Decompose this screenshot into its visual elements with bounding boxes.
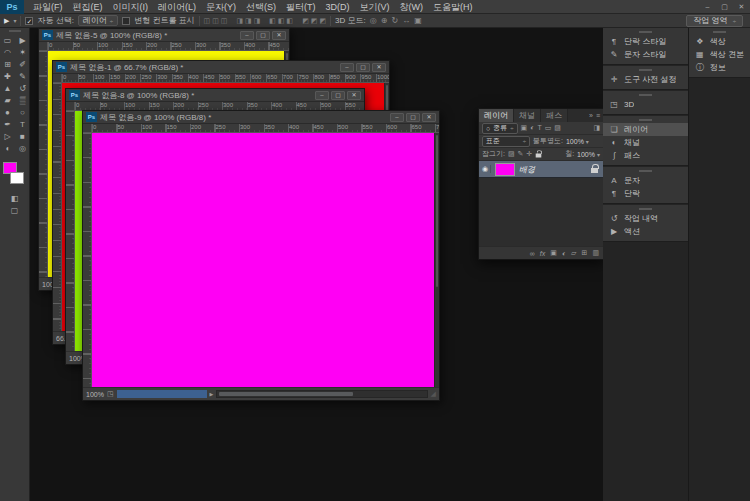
horizontal-ruler[interactable]: 050100150200250300350400450	[48, 42, 289, 51]
align-button[interactable]: ◨	[254, 17, 261, 25]
filter-adjustment-layers-icon[interactable]: ◐	[530, 124, 534, 132]
threed-mode-button[interactable]: ▣	[414, 16, 422, 25]
dock-item-paragraph[interactable]: ¶단락	[603, 187, 688, 200]
dock-group-grip[interactable]	[639, 170, 652, 172]
minimize-button[interactable]: ‒	[240, 31, 254, 40]
dock-item-channels[interactable]: ◐채널	[603, 136, 688, 149]
menu-item[interactable]: 이미지(I)	[108, 2, 154, 12]
panel-menu-icon[interactable]: ≡	[596, 112, 600, 119]
status-menu-icon[interactable]: ▶	[210, 391, 214, 397]
maximize-button[interactable]: ▢	[356, 63, 370, 72]
ruler-corner[interactable]	[83, 124, 92, 133]
document-title-bar[interactable]: Ps 제목 없음-1 @ 66.7% (RGB/8) * ‒ ▢ ✕	[53, 61, 389, 74]
menu-item[interactable]: 파일(F)	[28, 2, 68, 12]
align-button[interactable]: ◩	[319, 17, 326, 25]
screen-mode-button[interactable]: ▢	[11, 206, 19, 215]
dock-item-layers[interactable]: ❏레이어	[603, 123, 688, 136]
threed-mode-button[interactable]: ↔	[402, 16, 410, 25]
dodge-tool[interactable]: ○	[15, 107, 30, 119]
brush-tool[interactable]: ✎	[15, 71, 30, 83]
dock-item-tool-presets[interactable]: ✛도구 사전 설정	[603, 73, 688, 86]
maximize-button[interactable]: ▢	[716, 0, 733, 14]
dock-item-color[interactable]: ❖색상	[689, 35, 750, 48]
align-button[interactable]: ◧	[287, 17, 294, 25]
dock-group-grip[interactable]	[639, 31, 652, 33]
close-button[interactable]: ✕	[272, 31, 286, 40]
link-layers-icon[interactable]: ∞	[530, 250, 535, 257]
align-button[interactable]: ◨	[245, 17, 252, 25]
zoom-tool[interactable]: ◎	[15, 143, 30, 155]
eyedropper-tool[interactable]: ✐	[15, 59, 30, 71]
auto-select-target-dropdown[interactable]: 레이어 ÷	[78, 15, 118, 26]
hand-tool[interactable]: ◖	[0, 143, 15, 155]
layer-style-icon[interactable]: fx	[540, 250, 545, 257]
dock-item-history[interactable]: ↺작업 내역	[603, 212, 688, 225]
current-tool-icon[interactable]: ▶	[4, 17, 9, 25]
background-color-swatch[interactable]	[10, 172, 24, 184]
vertical-ruler[interactable]: 0501001502002503003504004505005506006507…	[53, 83, 62, 331]
threed-mode-button[interactable]: ↻	[391, 16, 398, 25]
dock-item-paragraph-styles[interactable]: ¶단락 스타일	[603, 35, 688, 48]
clone-stamp-tool[interactable]: ▲	[0, 83, 15, 95]
vertical-ruler[interactable]: 050100150200250300350400450500	[83, 133, 92, 387]
dock-item-paths[interactable]: ∫패스	[603, 149, 688, 162]
minimize-button[interactable]: ‒	[340, 63, 354, 72]
menu-item[interactable]: 레이어(L)	[153, 2, 201, 12]
align-button[interactable]: ◨	[236, 17, 243, 25]
tab-paths[interactable]: 패스	[541, 109, 568, 122]
tab-layers[interactable]: 레이어	[479, 109, 514, 122]
filter-type-layers-icon[interactable]: T	[537, 124, 541, 132]
document-title-bar[interactable]: Ps 제목 없음-8 @ 100% (RGB/8) * ‒ ▢ ✕	[66, 89, 364, 102]
path-selection-tool[interactable]: ▷	[0, 131, 15, 143]
threed-mode-button[interactable]: ⊕	[381, 16, 388, 25]
horizontal-scroll-thumb[interactable]	[219, 392, 353, 396]
status-export-icon[interactable]: ◳	[107, 390, 114, 398]
filter-kind-dropdown[interactable]: ○ 종류 ÷	[482, 123, 518, 134]
dock-item-3d[interactable]: ◳3D	[603, 98, 688, 111]
show-transform-controls-checkbox[interactable]	[122, 17, 130, 25]
horizontal-scrollbar[interactable]	[216, 390, 427, 398]
dock-group-grip[interactable]	[639, 69, 652, 71]
toolbar-grip[interactable]	[9, 30, 21, 32]
threed-mode-button[interactable]: ◎	[370, 16, 377, 25]
layer-visibility-icon[interactable]: ◉	[482, 165, 491, 173]
dock-item-info[interactable]: ⓘ정보	[689, 61, 750, 74]
menu-item[interactable]: 보기(V)	[355, 2, 395, 12]
lock-pixels-icon[interactable]: ✎	[518, 150, 524, 158]
ruler-corner[interactable]	[66, 102, 75, 111]
filter-smart-objects-icon[interactable]: ▨	[554, 124, 561, 132]
healing-brush-tool[interactable]: ✚	[0, 71, 15, 83]
close-button[interactable]: ✕	[372, 63, 386, 72]
horizontal-ruler[interactable]: 0501001502002503003504004505005506006507…	[62, 74, 389, 83]
vertical-ruler[interactable]: 050100150200250300350400450	[39, 51, 48, 277]
align-button[interactable]: ◩	[302, 17, 309, 25]
new-group-icon[interactable]: ▱	[571, 249, 576, 257]
collapse-panel-icon[interactable]: »	[589, 112, 593, 119]
menu-item[interactable]: 필터(T)	[281, 2, 321, 12]
menu-item[interactable]: 문자(Y)	[201, 2, 241, 12]
resize-grip[interactable]: ◢	[431, 390, 436, 398]
filter-pixel-layers-icon[interactable]: ▣	[521, 124, 528, 132]
eraser-tool[interactable]: ▰	[0, 95, 15, 107]
menu-item[interactable]: 창(W)	[395, 2, 429, 12]
align-button[interactable]: ◧	[269, 17, 276, 25]
blend-mode-dropdown[interactable]: 표준 ÷	[482, 136, 530, 147]
gradient-tool[interactable]: ▒	[15, 95, 30, 107]
document-title-bar[interactable]: Ps 제목 없음-9 @ 100% (RGB/8) * ‒ ▢ ✕	[83, 111, 439, 124]
layer-thumbnail[interactable]	[495, 163, 515, 176]
blur-tool[interactable]: ●	[0, 107, 15, 119]
menu-item[interactable]: 도움말(H)	[428, 2, 478, 12]
type-tool[interactable]: T	[15, 119, 30, 131]
workspace-switcher-button[interactable]: 작업 영역 ÷	[686, 15, 743, 27]
horizontal-ruler[interactable]: 0501001502002503003504004505005506006507…	[92, 124, 439, 133]
auto-select-checkbox[interactable]: ✓	[25, 17, 33, 25]
rectangular-marquee-tool[interactable]: ▭	[0, 35, 15, 47]
dock-item-character[interactable]: A문자	[603, 174, 688, 187]
maximize-button[interactable]: ▢	[406, 113, 420, 122]
lock-position-icon[interactable]: ✛	[526, 150, 532, 158]
dock-item-swatches[interactable]: ▦색상 견본	[689, 48, 750, 61]
menu-item[interactable]: 선택(S)	[241, 2, 281, 12]
crop-tool[interactable]: ⊞	[0, 59, 15, 71]
align-button[interactable]: ◫	[212, 17, 219, 25]
vertical-ruler[interactable]: 050100150200250300350400450	[66, 111, 75, 351]
